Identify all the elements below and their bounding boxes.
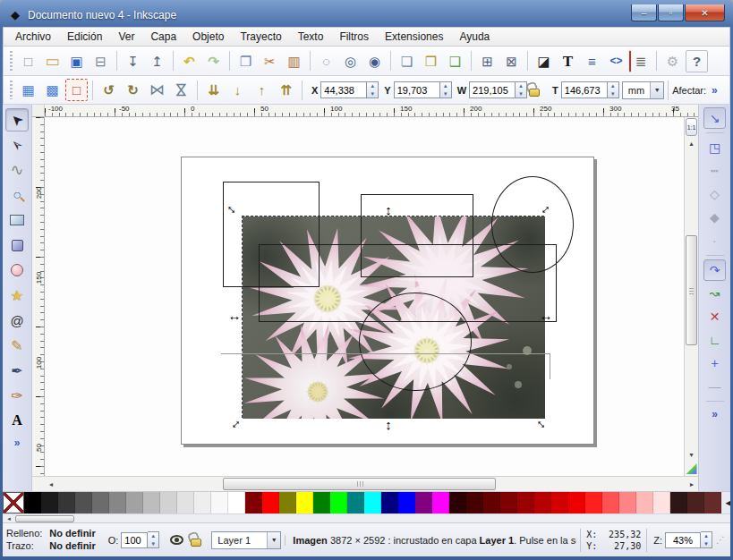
- palette-scroll-thumb[interactable]: [15, 515, 74, 522]
- text-tool-button[interactable]: A: [5, 409, 29, 432]
- palette-none-swatch[interactable]: [3, 492, 24, 513]
- menu-trayecto[interactable]: Trayecto: [232, 29, 289, 45]
- copy-button[interactable]: ❐: [234, 50, 257, 72]
- menu-objeto[interactable]: Objeto: [184, 29, 232, 45]
- palette-swatch[interactable]: [313, 492, 330, 513]
- preferences-button[interactable]: ⚙: [661, 50, 684, 72]
- snap-midpoints-button[interactable]: +: [703, 352, 726, 374]
- vertical-scroll-track[interactable]: [685, 150, 698, 448]
- lock-ratio-icon[interactable]: [529, 89, 540, 97]
- menu-texto[interactable]: Texto: [290, 29, 332, 45]
- ellipse-tool-button[interactable]: [5, 259, 29, 282]
- palette-scroll-right-icon[interactable]: ◀: [721, 492, 730, 513]
- rotate-cw-button[interactable]: ↻: [122, 79, 144, 101]
- print-document-button[interactable]: ⊟: [89, 50, 112, 72]
- palette-swatch[interactable]: [585, 492, 602, 513]
- scroll-left-icon[interactable]: ◂: [45, 477, 57, 491]
- gray-path-horizontal[interactable]: [221, 353, 550, 354]
- palette-swatch[interactable]: [279, 492, 296, 513]
- palette-swatch[interactable]: [636, 492, 653, 513]
- text-dialog-button[interactable]: T: [557, 50, 579, 72]
- scroll-right-icon[interactable]: ▸: [686, 477, 698, 491]
- lower-button[interactable]: ↓: [226, 79, 249, 101]
- scale-handle-top[interactable]: ↕: [381, 202, 396, 216]
- align-dialog-button[interactable]: ≣: [629, 50, 652, 72]
- palette-swatch[interactable]: [245, 492, 262, 513]
- vertical-scroll-thumb[interactable]: [686, 235, 697, 345]
- pencil-tool-button[interactable]: ✎: [5, 334, 29, 357]
- raise-to-top-button[interactable]: ⇈: [275, 79, 297, 101]
- spiral-tool-button[interactable]: @: [5, 309, 29, 332]
- palette-swatch[interactable]: [143, 492, 160, 513]
- palette-swatch[interactable]: [296, 492, 313, 513]
- snap-bbox-centers-button[interactable]: ∙: [703, 230, 726, 251]
- close-button[interactable]: ✕: [685, 4, 725, 21]
- palette-swatch[interactable]: [194, 492, 211, 513]
- scroll-up-icon[interactable]: ▴: [685, 137, 698, 150]
- y-field[interactable]: [394, 81, 440, 98]
- palette-swatch[interactable]: [347, 492, 364, 513]
- scale-handle-left[interactable]: ↔: [227, 308, 242, 322]
- lower-to-bottom-button[interactable]: ⇊: [202, 79, 225, 101]
- palette-swatch[interactable]: [75, 492, 92, 513]
- palette-swatch[interactable]: [670, 492, 687, 513]
- snap-bbox-edges-button[interactable]: ┅: [703, 160, 726, 182]
- unit-combo[interactable]: mm ▼: [622, 81, 664, 99]
- menu-ver[interactable]: Ver: [110, 29, 142, 45]
- ungroup-button[interactable]: ⊠: [500, 50, 523, 72]
- palette-swatch[interactable]: [330, 492, 347, 513]
- flip-horizontal-button[interactable]: ⋈: [146, 79, 168, 101]
- palette-swatch[interactable]: [568, 492, 585, 513]
- snap-nodes-button[interactable]: ↷: [703, 259, 726, 281]
- palette-swatch[interactable]: [126, 492, 143, 513]
- palette-swatch[interactable]: [415, 492, 432, 513]
- ellipse-shape-1[interactable]: [491, 176, 574, 273]
- stroke-value[interactable]: No definir: [49, 540, 95, 552]
- zoom-spinner[interactable]: ▲▼: [701, 531, 712, 548]
- snap-toggle-button[interactable]: ↘: [703, 107, 726, 129]
- menu-capa[interactable]: Capa: [142, 29, 184, 45]
- corner-zoom-button[interactable]: 1:1: [686, 118, 697, 136]
- xml-editor-button[interactable]: <>: [605, 50, 627, 72]
- fill-value[interactable]: No definir: [49, 528, 95, 539]
- menu-edicion[interactable]: Edición: [59, 29, 110, 45]
- layer-visibility-icon[interactable]: [170, 535, 183, 545]
- fill-stroke-button[interactable]: ◪: [533, 50, 555, 72]
- document-properties-button[interactable]: ?: [686, 50, 708, 72]
- scroll-down-icon[interactable]: ▾: [685, 448, 698, 462]
- snap-path-intersections-button[interactable]: ✕: [703, 306, 726, 327]
- save-document-button[interactable]: ▣: [65, 50, 88, 72]
- palette-swatch[interactable]: [228, 492, 245, 513]
- palette-swatch[interactable]: [398, 492, 415, 513]
- palette-swatch[interactable]: [534, 492, 551, 513]
- palette-scrollbar[interactable]: ◂: [3, 513, 730, 522]
- palette-swatch[interactable]: [619, 492, 636, 513]
- width-field-spinner[interactable]: ▲▼: [516, 81, 527, 98]
- redo-button[interactable]: ↷: [202, 50, 225, 72]
- rectangle-tool-button[interactable]: [5, 208, 29, 232]
- palette-swatch[interactable]: [160, 492, 177, 513]
- toolbar-overflow-button[interactable]: »: [712, 84, 718, 97]
- star-tool-button[interactable]: ★: [5, 284, 29, 307]
- select-all-button[interactable]: ▦: [17, 79, 39, 101]
- deselect-button[interactable]: □: [65, 79, 88, 101]
- calligraphy-tool-button[interactable]: ✑: [5, 384, 29, 407]
- raise-button[interactable]: ↑: [251, 79, 273, 101]
- scale-handle-bottom[interactable]: ↕: [381, 417, 396, 431]
- horizontal-scroll-thumb[interactable]: [223, 478, 496, 490]
- palette-swatch[interactable]: [24, 492, 41, 513]
- menu-ayuda[interactable]: Ayuda: [451, 29, 498, 45]
- selector-tool-button[interactable]: ➤: [5, 108, 29, 132]
- snap-bbox-corners-button[interactable]: ◇: [703, 183, 726, 205]
- palette-swatch[interactable]: [381, 492, 398, 513]
- opacity-field[interactable]: [121, 532, 148, 548]
- vertical-scrollbar[interactable]: 1:1 ▴ ▾: [684, 117, 698, 476]
- flip-vertical-button[interactable]: ⋈: [170, 79, 192, 101]
- box3d-tool-button[interactable]: [5, 233, 29, 257]
- more-snap-options-button[interactable]: »: [712, 408, 718, 420]
- palette-swatch[interactable]: [449, 492, 466, 513]
- layer-lock-icon[interactable]: [191, 539, 201, 547]
- zoom-selection-button[interactable]: ◌: [315, 50, 337, 72]
- snap-object-centers-button[interactable]: —: [703, 376, 726, 397]
- vertical-ruler[interactable]: 200 150 100 50: [32, 117, 45, 476]
